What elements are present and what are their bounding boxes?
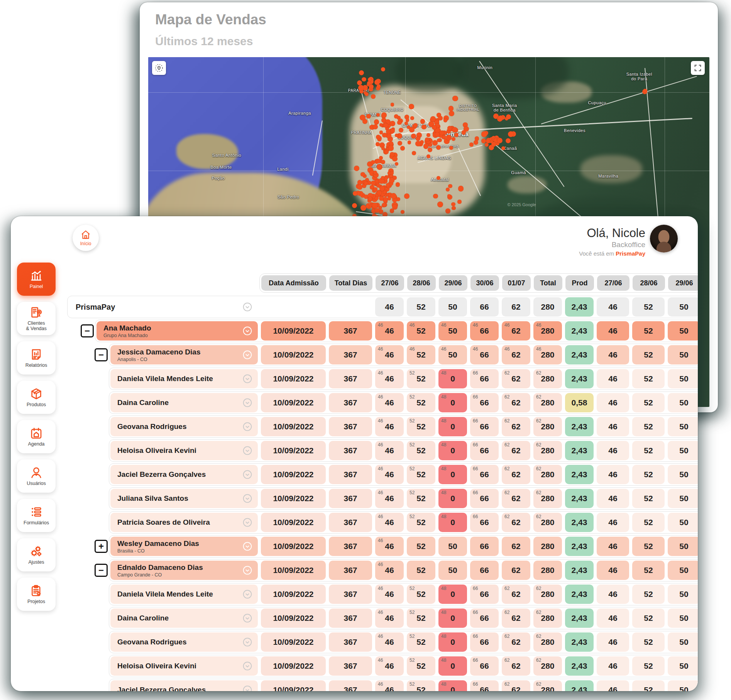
sale-point (409, 127, 415, 132)
sidebar-item-painel[interactable]: Painel (17, 263, 56, 296)
row-name-cell[interactable]: PrismaPay (69, 297, 258, 317)
day-value-cell: 6666 (470, 632, 499, 652)
sidebar-item-agenda[interactable]: Agenda (17, 420, 56, 453)
cell-value: 62 (511, 302, 520, 312)
target-superscript: 48 (441, 514, 446, 519)
sidebar-item-produtos[interactable]: Produtos (17, 381, 56, 414)
chevron-down-icon[interactable] (242, 517, 252, 527)
map-place-label: TENONÉ (384, 90, 401, 94)
chevron-down-icon[interactable] (242, 422, 252, 432)
chevron-down-icon[interactable] (242, 398, 252, 408)
person-name: Jessica Damaceno Dias (117, 348, 258, 356)
chevron-down-icon[interactable] (242, 374, 252, 384)
column-header[interactable]: 28/06 (633, 275, 665, 291)
chevron-down-icon[interactable] (242, 350, 252, 360)
admission-date-cell: 10/09/2022 (261, 680, 326, 691)
sidebar-item-relat-rios[interactable]: Relatórios (17, 341, 56, 375)
chevron-down-icon[interactable] (242, 446, 252, 456)
productivity-cell: 2,43 (565, 345, 594, 364)
column-header[interactable]: Prod (565, 275, 594, 291)
second-period-cell: 46 (597, 369, 629, 388)
row-name-cell[interactable]: Geovana Rodrigues (110, 417, 258, 436)
sale-point (395, 162, 398, 166)
chevron-down-icon[interactable] (242, 565, 252, 575)
column-header[interactable]: 01/07 (502, 275, 531, 291)
column-header[interactable]: Data Admissão (261, 275, 326, 291)
second-period-cell: 50 (668, 465, 698, 484)
row-name-cell[interactable]: Patricia Soares de Oliveira (110, 513, 258, 532)
chevron-down-icon[interactable] (242, 541, 252, 551)
forms-icon (30, 505, 43, 519)
sale-point (506, 114, 511, 119)
collapse-toggle[interactable]: − (95, 564, 108, 577)
sidebar-item-usu-rios[interactable]: Usuários (17, 459, 56, 493)
second-period-cell: 52 (632, 585, 665, 604)
collapse-toggle[interactable]: − (81, 324, 94, 337)
row-name-cell[interactable]: Daina Caroline (110, 608, 258, 628)
row-name-cell[interactable]: Ana MachadoGrupo Ana Machado (96, 321, 258, 341)
target-superscript: 52 (409, 634, 415, 639)
column-header[interactable]: 29/06 (439, 275, 467, 291)
column-header[interactable]: 29/06 (668, 275, 698, 291)
column-header[interactable]: 30/06 (470, 275, 499, 291)
chevron-down-icon[interactable] (242, 589, 252, 599)
person-name: Jaciel Bezerra Gonçalves (117, 686, 258, 691)
target-superscript: 62 (504, 418, 509, 424)
column-header[interactable]: 28/06 (407, 275, 436, 291)
row-name-cell[interactable]: Daniela Vilela Mendes Leite (110, 585, 258, 604)
day-value-cell: 62 (502, 537, 530, 556)
cell-value: 280 (541, 398, 554, 407)
chevron-down-icon[interactable] (242, 613, 252, 623)
avatar[interactable] (650, 225, 678, 253)
total-days-cell: 367 (329, 585, 372, 604)
row-name-cell[interactable]: Daina Caroline (110, 393, 258, 412)
expand-toggle[interactable]: + (95, 540, 108, 553)
row-name-cell[interactable]: Heloisa Oliveira Kevini (110, 441, 258, 460)
cell-value: 46 (385, 470, 394, 479)
row-name-cell[interactable]: Jaciel Bezerra Gonçalves (110, 465, 258, 484)
row-name-cell[interactable]: Wesley Damaceno DiasBrasilia - CO (110, 537, 258, 556)
column-header[interactable]: 27/06 (597, 275, 629, 291)
second-period-cell: 46 (597, 680, 629, 691)
chevron-down-icon[interactable] (242, 469, 252, 480)
cell-value: 66 (480, 494, 489, 503)
chevron-down-icon[interactable] (242, 661, 252, 671)
chevron-down-icon[interactable] (242, 302, 252, 312)
chevron-down-icon[interactable] (242, 326, 252, 336)
row-name-cell[interactable]: Jaciel Bezerra Gonçalves (110, 680, 258, 691)
column-header[interactable]: Total Dias (329, 275, 372, 291)
home-button[interactable]: Início (73, 225, 99, 251)
row-name-cell[interactable]: Ednaldo Damaceno DiasCampo Grande - CO (110, 561, 258, 580)
row-name-cell[interactable]: Heloisa Oliveira Kevini (110, 656, 258, 676)
chevron-down-icon[interactable] (242, 637, 252, 647)
column-header[interactable]: 27/06 (376, 275, 404, 291)
sale-point (449, 146, 453, 150)
row-name-cell[interactable]: Daniela Vilela Mendes Leite (110, 369, 258, 388)
sale-point (406, 118, 409, 122)
sale-point (433, 194, 438, 199)
sale-point (485, 143, 489, 147)
sidebar-item-projetos[interactable]: Projetos (17, 578, 56, 611)
chevron-down-icon[interactable] (242, 493, 252, 503)
row-name-cell[interactable]: Geovana Rodrigues (110, 632, 258, 652)
day-value-cell: 66 (470, 297, 499, 317)
chart-icon (30, 269, 43, 282)
column-header[interactable]: Total (534, 275, 562, 291)
target-superscript: 52 (409, 466, 415, 471)
second-period-cell: 52 (632, 393, 665, 412)
fullscreen-button[interactable] (691, 61, 705, 75)
locate-button[interactable] (152, 61, 166, 75)
sidebar-item-ajustes[interactable]: Ajustes (17, 538, 56, 571)
second-period-cell: 50 (668, 441, 698, 460)
sidebar-item-clientes-vendas[interactable]: Clientes & Vendas (17, 302, 56, 335)
cell-value: 52 (416, 446, 425, 455)
row-name-cell[interactable]: Jessica Damaceno DiasAnapolis - CO (110, 345, 258, 364)
sidebar-item-formul-rios[interactable]: Formulários (17, 499, 56, 532)
second-period-cell: 52 (632, 513, 665, 532)
cell-value: 0 (450, 422, 455, 431)
collapse-toggle[interactable]: − (95, 348, 108, 361)
chevron-down-icon[interactable] (242, 685, 252, 691)
day-value-cell: 6262 (502, 417, 530, 436)
row-name-cell[interactable]: Juliana Silva Santos (110, 489, 258, 508)
day-value-cell: 5252 (407, 632, 435, 652)
